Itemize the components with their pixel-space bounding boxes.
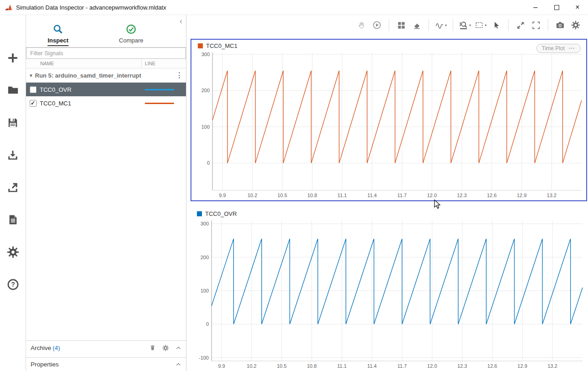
properties-bar[interactable]: Properties: [26, 357, 186, 371]
add-button[interactable]: [0, 42, 26, 74]
chart-canvas-tcc0-ovr[interactable]: 9.910.210.510.811.111.411.712.012.312.61…: [191, 218, 587, 371]
plot-toolbar: ▾ ▾ ▾: [186, 15, 588, 35]
export-icon: [7, 182, 19, 193]
svg-text:13.2: 13.2: [547, 193, 556, 198]
close-button[interactable]: ×: [567, 0, 588, 15]
replay-button[interactable]: [369, 18, 385, 32]
svg-text:0: 0: [206, 321, 209, 327]
create-report-button[interactable]: [0, 204, 26, 236]
sidebar-tabs: Inspect Compare ‹: [26, 15, 186, 47]
svg-text:?: ?: [11, 281, 15, 288]
plus-icon: [7, 52, 19, 64]
run-options-menu-icon[interactable]: [172, 72, 186, 78]
run-expand-caret-icon[interactable]: ▾: [30, 73, 32, 78]
eraser-icon: [413, 21, 421, 30]
zoom-region-button[interactable]: ▾: [473, 18, 488, 32]
signal-checkbox-cell: [26, 83, 40, 96]
signal-checkbox-cell: ✓: [26, 96, 40, 110]
signal-line-swatch: [145, 89, 174, 90]
export-button[interactable]: [0, 171, 26, 204]
toolbar-separator: [508, 19, 509, 31]
time-plot-badge-label: Time Plot: [542, 45, 565, 52]
chart-canvas-tcc0-mc1[interactable]: 9.910.210.510.811.111.411.712.012.312.61…: [191, 50, 586, 200]
window-title: Simulation Data Inspector - advancepwmwo…: [16, 4, 166, 11]
legend-swatch: [198, 43, 203, 48]
signal-row-tcc0-mc1[interactable]: ✓ TCC0_MC1: [26, 96, 186, 110]
svg-text:12.9: 12.9: [518, 363, 527, 369]
archive-settings-gear-icon[interactable]: [162, 345, 169, 351]
svg-text:10.2: 10.2: [247, 363, 256, 369]
report-icon: [7, 214, 19, 225]
signal-sidebar: Inspect Compare ‹ NAME LINE ▾: [26, 15, 186, 371]
open-button[interactable]: [0, 74, 26, 106]
signal-checkbox-tcc0-mc1[interactable]: ✓: [30, 100, 37, 107]
maximize-button[interactable]: [546, 0, 567, 15]
help-icon: ?: [7, 278, 19, 291]
svg-text:12.6: 12.6: [487, 363, 497, 369]
signal-row-tcc0-ovr[interactable]: TCC0_OVR: [26, 83, 186, 96]
tab-inspect[interactable]: Inspect: [26, 24, 90, 47]
plots-container: TCC0_MC1 Time Plot ••• 9.910.210.510.811…: [186, 35, 588, 371]
time-plot-tcc0-ovr[interactable]: TCC0_OVR 9.910.210.510.811.111.411.712.0…: [191, 208, 587, 371]
pointer-button[interactable]: [488, 18, 504, 32]
svg-text:11.4: 11.4: [367, 363, 377, 369]
maximize-icon: [554, 5, 559, 10]
import-button[interactable]: [0, 139, 26, 171]
signal-table-header: NAME LINE: [26, 59, 186, 68]
run-group-row[interactable]: ▾ Run 5: arduino_samd_timer_interrupt: [26, 68, 186, 83]
svg-text:100: 100: [201, 124, 210, 130]
layout-button[interactable]: [393, 18, 409, 32]
badge-menu-dots-icon[interactable]: •••: [569, 46, 575, 51]
collapse-sidebar-button[interactable]: ‹: [180, 17, 182, 25]
fullscreen-corners-icon: [532, 21, 540, 30]
tab-inspect-label: Inspect: [48, 37, 69, 46]
archive-collapse-chevron-icon[interactable]: [175, 345, 181, 351]
trash-icon[interactable]: [149, 345, 156, 351]
archive-bar[interactable]: Archive (4): [26, 340, 186, 355]
svg-text:9.9: 9.9: [218, 363, 225, 369]
plot-settings-button[interactable]: [568, 18, 583, 32]
minimize-button[interactable]: –: [525, 0, 546, 15]
signal-style-button[interactable]: ▾: [433, 18, 449, 32]
svg-text:12.9: 12.9: [517, 193, 526, 198]
snapshot-button[interactable]: [552, 18, 568, 32]
app-body: ? Inspect Compare: [0, 15, 588, 371]
legend-swatch: [197, 211, 202, 216]
dashed-rectangle-icon: [475, 21, 484, 30]
plot-area: ▾ ▾ ▾: [186, 15, 588, 371]
left-toolbar: ?: [0, 15, 26, 371]
play-icon: [372, 21, 381, 30]
pan-button[interactable]: [354, 18, 369, 32]
tab-compare[interactable]: Compare: [99, 24, 163, 47]
save-button[interactable]: [0, 106, 26, 139]
save-icon: [7, 117, 19, 129]
properties-collapse-chevron-icon[interactable]: [175, 361, 181, 367]
zoom-in-time-button[interactable]: ▾: [457, 18, 473, 32]
svg-text:12.3: 12.3: [457, 363, 467, 369]
time-plot-badge[interactable]: Time Plot •••: [536, 44, 581, 53]
svg-text:11.1: 11.1: [337, 363, 347, 369]
svg-text:9.9: 9.9: [219, 193, 226, 198]
help-button[interactable]: ?: [0, 268, 26, 301]
camera-icon: [556, 21, 565, 30]
expand-button[interactable]: [513, 18, 528, 32]
filter-signals-input[interactable]: [26, 47, 186, 59]
preferences-button[interactable]: [0, 236, 26, 268]
tab-compare-label: Compare: [119, 37, 143, 44]
name-column-header: NAME: [26, 59, 141, 68]
archive-label: Archive: [31, 345, 51, 351]
time-plot-tcc0-mc1[interactable]: TCC0_MC1 Time Plot ••• 9.910.210.510.811…: [191, 39, 587, 201]
inspect-magnifier-icon: [53, 24, 64, 35]
chevron-down-icon: ▾: [469, 23, 471, 27]
legend-label: TCC0_OVR: [205, 210, 237, 217]
signal-checkbox-tcc0-ovr[interactable]: [30, 86, 37, 93]
svg-text:11.4: 11.4: [367, 193, 377, 198]
import-icon: [7, 149, 19, 161]
clear-plots-button[interactable]: [409, 18, 424, 32]
matlab-logo-icon: [5, 4, 12, 11]
svg-text:12.3: 12.3: [457, 193, 466, 198]
svg-text:10.5: 10.5: [277, 193, 287, 198]
svg-text:10.2: 10.2: [248, 193, 257, 198]
fullscreen-button[interactable]: [528, 18, 544, 32]
subplot-grid-icon: [397, 21, 406, 30]
